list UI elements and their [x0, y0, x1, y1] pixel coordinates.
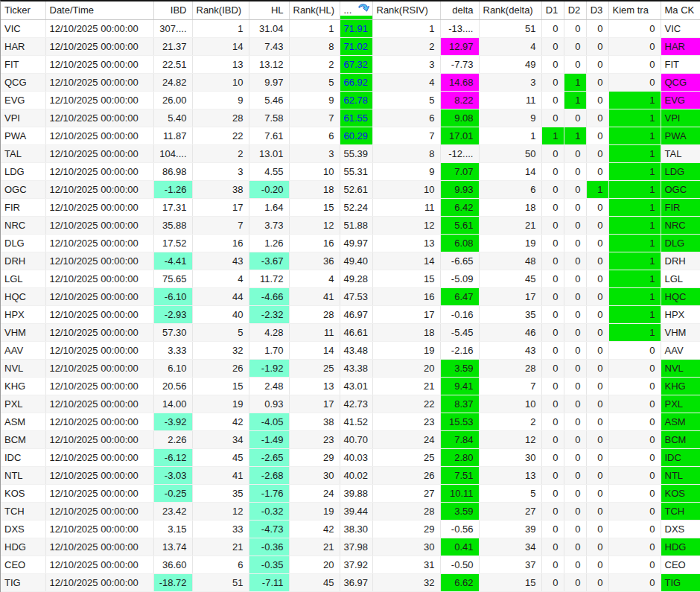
cell-kiem-tra[interactable]: 0 — [608, 484, 661, 502]
table-row[interactable]: PWA12/10/2025 00:00:0011.87227.61660.297… — [1, 127, 700, 144]
cell-rank-ibd[interactable]: 32 — [192, 341, 249, 359]
cell-rank-rsiv[interactable]: 17 — [372, 305, 440, 323]
cell-ticker[interactable]: FIT — [1, 55, 45, 73]
cell-ibd[interactable]: 23.42 — [153, 502, 192, 520]
cell-d1[interactable]: 0 — [541, 484, 564, 502]
cell-rank-ibd[interactable]: 22 — [192, 127, 249, 144]
cell-rank-hl[interactable]: 36 — [289, 252, 340, 270]
cell-d1[interactable]: 0 — [541, 502, 564, 520]
cell-ma-ck[interactable]: DLG — [661, 234, 700, 252]
cell-d1[interactable]: 0 — [541, 430, 564, 448]
table-row[interactable]: HPX12/10/2025 00:00:00-2.9340-2.322846.9… — [1, 305, 700, 323]
cell-ibd[interactable]: 75.65 — [153, 270, 192, 287]
cell-ticker[interactable]: HPX — [1, 305, 45, 323]
cell-rank-delta[interactable]: 12 — [479, 430, 541, 448]
cell-rank-ibd[interactable]: 19 — [192, 395, 249, 413]
cell-ibd[interactable]: -0.25 — [153, 484, 192, 502]
cell-kiem-tra[interactable]: 1 — [608, 216, 661, 234]
cell-d1[interactable]: 0 — [541, 520, 564, 538]
cell-rank-hl[interactable]: 6 — [289, 127, 340, 144]
cell-rank-ibd[interactable]: 2 — [192, 144, 249, 162]
cell-rank-rsiv[interactable]: 4 — [372, 73, 440, 91]
cell-d2[interactable]: 0 — [564, 270, 586, 287]
cell-d3[interactable]: 1 — [586, 180, 608, 198]
cell-rsiv[interactable]: 61.55 — [340, 109, 372, 127]
cell-rank-hl[interactable]: 7 — [289, 109, 340, 127]
cell-d1[interactable]: 0 — [541, 341, 564, 359]
cell-rank-ibd[interactable]: 42 — [192, 413, 249, 430]
cell-delta[interactable]: -0.50 — [440, 556, 479, 573]
cell-d3[interactable]: 0 — [586, 413, 608, 430]
table-row[interactable]: LGL12/10/2025 00:00:0075.65411.72449.281… — [1, 270, 700, 287]
cell-ibd[interactable]: 13.74 — [153, 538, 192, 556]
cell-delta[interactable]: -2.16 — [440, 341, 479, 359]
cell-hl[interactable]: -1.49 — [249, 430, 289, 448]
column-header-datetime[interactable]: Date/Time — [45, 1, 153, 19]
cell-ticker[interactable]: VIC — [1, 19, 45, 37]
cell-ma-ck[interactable]: FIR — [661, 198, 700, 216]
cell-delta[interactable]: 6.42 — [440, 198, 479, 216]
cell-rank-rsiv[interactable]: 26 — [372, 466, 440, 484]
cell-datetime[interactable]: 12/10/2025 00:00:00 — [45, 395, 153, 413]
cell-rank-ibd[interactable]: 44 — [192, 287, 249, 305]
cell-datetime[interactable]: 12/10/2025 00:00:00 — [45, 413, 153, 430]
column-header-d3[interactable]: D3 — [586, 1, 608, 19]
cell-d2[interactable]: 0 — [564, 556, 586, 573]
cell-ticker[interactable]: DRH — [1, 252, 45, 270]
cell-rsiv[interactable]: 49.28 — [340, 270, 372, 287]
cell-d1[interactable]: 0 — [541, 287, 564, 305]
cell-kiem-tra[interactable]: 0 — [608, 556, 661, 573]
cell-hl[interactable]: 7.43 — [249, 37, 289, 55]
cell-kiem-tra[interactable]: 0 — [608, 19, 661, 37]
cell-ma-ck[interactable]: NVL — [661, 359, 700, 377]
cell-d3[interactable]: 0 — [586, 216, 608, 234]
cell-rank-delta[interactable]: 14 — [479, 162, 541, 180]
cell-rank-hl[interactable]: 2 — [289, 55, 340, 73]
cell-d3[interactable]: 0 — [586, 573, 608, 591]
cell-rank-hl[interactable]: 41 — [289, 287, 340, 305]
cell-rank-delta[interactable]: 7 — [479, 377, 541, 395]
cell-ma-ck[interactable]: TAL — [661, 144, 700, 162]
cell-rank-delta[interactable]: 5 — [479, 484, 541, 502]
cell-ibd[interactable]: 17.31 — [153, 198, 192, 216]
table-row[interactable]: QCG12/10/2025 00:00:0024.82109.97566.924… — [1, 73, 700, 91]
cell-rank-rsiv[interactable]: 25 — [372, 448, 440, 466]
cell-delta[interactable]: -5.45 — [440, 323, 479, 341]
table-row[interactable]: OGC12/10/2025 00:00:00-1.2638-0.201852.6… — [1, 180, 700, 198]
cell-kiem-tra[interactable]: 1 — [608, 234, 661, 252]
cell-rank-hl[interactable]: 21 — [289, 538, 340, 556]
cell-hl[interactable]: -2.65 — [249, 448, 289, 466]
cell-rank-delta[interactable]: 19 — [479, 234, 541, 252]
cell-rsiv[interactable]: 43.01 — [340, 377, 372, 395]
cell-rank-delta[interactable]: 13 — [479, 466, 541, 484]
table-row[interactable]: TAL12/10/2025 00:00:00104....213.01355.3… — [1, 144, 700, 162]
cell-rsiv[interactable]: 40.02 — [340, 466, 372, 484]
cell-d1[interactable]: 0 — [541, 359, 564, 377]
cell-rank-ibd[interactable]: 16 — [192, 234, 249, 252]
cell-delta[interactable]: 17.01 — [440, 127, 479, 144]
cell-d2[interactable]: 0 — [564, 287, 586, 305]
cell-d1[interactable]: 0 — [541, 144, 564, 162]
cell-rank-ibd[interactable]: 12 — [192, 502, 249, 520]
cell-rsiv[interactable]: 52.24 — [340, 198, 372, 216]
cell-delta[interactable]: -7.73 — [440, 55, 479, 73]
cell-datetime[interactable]: 12/10/2025 00:00:00 — [45, 109, 153, 127]
cell-d3[interactable]: 0 — [586, 127, 608, 144]
cell-ticker[interactable]: EVG — [1, 91, 45, 109]
cell-rsiv[interactable]: 36.97 — [340, 573, 372, 591]
cell-datetime[interactable]: 12/10/2025 00:00:00 — [45, 502, 153, 520]
cell-ma-ck[interactable]: HQC — [661, 287, 700, 305]
cell-datetime[interactable]: 12/10/2025 00:00:00 — [45, 144, 153, 162]
cell-ma-ck[interactable]: HDG — [661, 538, 700, 556]
table-row[interactable]: VIC12/10/2025 00:00:00307....131.04171.9… — [1, 19, 700, 37]
cell-kiem-tra[interactable]: 0 — [608, 37, 661, 55]
table-row[interactable]: HAR12/10/2025 00:00:0021.37147.43871.022… — [1, 37, 700, 55]
cell-d1[interactable]: 1 — [541, 127, 564, 144]
cell-rsiv[interactable]: 55.39 — [340, 144, 372, 162]
column-header-ma-ck[interactable]: Ma CK — [661, 1, 700, 19]
table-row[interactable]: BCM12/10/2025 00:00:002.2634-1.492340.70… — [1, 430, 700, 448]
cell-rank-rsiv[interactable]: 19 — [372, 341, 440, 359]
cell-rank-hl[interactable]: 28 — [289, 305, 340, 323]
cell-rank-hl[interactable]: 15 — [289, 198, 340, 216]
cell-kiem-tra[interactable]: 1 — [608, 198, 661, 216]
